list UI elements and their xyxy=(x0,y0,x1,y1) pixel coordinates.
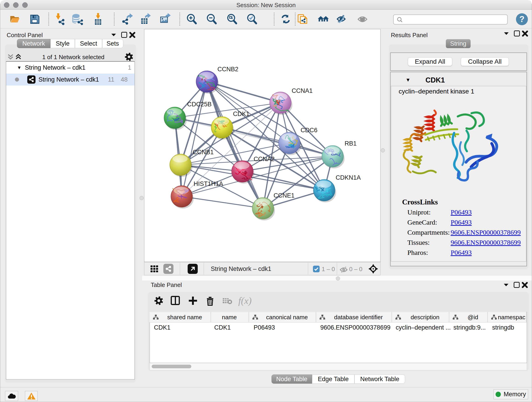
svg-text:CDK1: CDK1 xyxy=(233,110,249,117)
svg-text:CCNB2: CCNB2 xyxy=(217,66,239,73)
svg-text:HIST1H1A: HIST1H1A xyxy=(194,180,223,187)
svg-text:CCNB1: CCNB1 xyxy=(193,149,214,156)
svg-text:CCNE1: CCNE1 xyxy=(273,192,295,199)
svg-text:CDKN1A: CDKN1A xyxy=(336,174,361,181)
svg-text:RB1: RB1 xyxy=(345,140,357,147)
svg-text:CCNA2: CCNA2 xyxy=(254,156,275,162)
svg-text:CDC6: CDC6 xyxy=(301,127,317,134)
svg-text:CDC25B: CDC25B xyxy=(187,101,212,108)
svg-text:CCNA1: CCNA1 xyxy=(292,87,313,94)
